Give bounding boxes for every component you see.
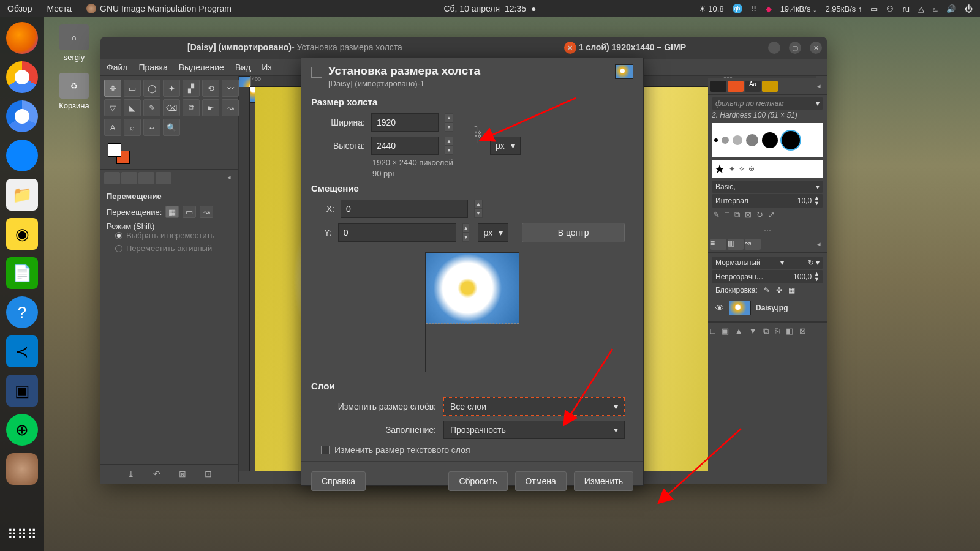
move-mode-selection[interactable]: ▭ [183,206,196,218]
x-spin-down[interactable]: ▼ [474,209,483,218]
accessibility-icon[interactable]: ⚇ [886,4,894,13]
tool-zoom[interactable]: 🔍 [163,119,180,136]
width-spin-up[interactable]: ▲ [445,113,453,122]
radio-move-active[interactable] [115,245,123,252]
menu-view[interactable]: Вид [235,62,251,72]
height-spin-up[interactable]: ▲ [445,137,453,146]
window-titlebar[interactable]: [Daisy] (импортировано)- Установка разме… [100,37,827,59]
width-input[interactable] [371,113,439,132]
footer-save-icon[interactable]: ⤓ [127,469,135,479]
layer-visibility-icon[interactable]: 👁 [715,303,724,313]
lock-pixels-icon[interactable]: ✎ [764,286,770,294]
dock-virtualbox[interactable]: ▣ [6,375,38,407]
move-mode-layer[interactable]: ▦ [165,206,179,218]
brush-edit-icon[interactable]: ✎ [713,210,720,220]
menu-select[interactable]: Выделение [179,62,224,72]
layer-item[interactable]: 👁 Daisy.jpg [712,297,823,319]
brush-refresh-icon[interactable]: ↻ [756,210,763,220]
brush-filter[interactable]: фильтр по меткам ▾ [712,97,823,110]
dock-tab-1[interactable] [104,172,120,184]
cancel-button[interactable]: Отмена [515,471,567,491]
layers-menu-chevron[interactable]: ◂ [813,239,824,250]
brush-preset-combo[interactable]: Basic,▾ [712,181,823,193]
layer-up-icon[interactable]: ▲ [735,326,743,336]
weather-indicator[interactable]: ☀ 10,8 [699,4,724,13]
tool-clone[interactable]: ⧉ [183,99,200,116]
tab-brushes-icon[interactable] [710,81,726,92]
lock-position-icon[interactable]: ✣ [776,286,782,294]
tool-color-picker[interactable]: ⌕ [124,119,141,136]
tab-history-icon[interactable] [762,81,778,92]
brush-dup-icon[interactable]: ⧉ [734,210,740,220]
reset-button[interactable]: Сбросить [448,471,507,491]
tool-crop[interactable]: ▞ [183,80,200,97]
layer-dup-icon[interactable]: ⧉ [763,326,769,336]
menu-edit[interactable]: Правка [138,62,167,72]
tool-text[interactable]: A [104,119,121,136]
dock-firefox[interactable] [6,22,38,54]
resize-text-check[interactable] [321,446,330,454]
dock-tab-3[interactable] [138,172,154,184]
window-close[interactable]: ✕ [810,42,822,54]
dock-vscode[interactable]: ≺ [6,335,38,367]
canvas-unit-combo[interactable]: px▾ [490,137,521,155]
tool-path[interactable]: ↝ [222,99,239,116]
offset-x-input[interactable] [341,200,468,218]
menu-file[interactable]: Файл [107,62,127,72]
resize-layers-combo[interactable]: Все слои▾ [443,397,625,416]
qbit-indicator[interactable]: qb [733,4,742,13]
tool-move[interactable]: ✥ [104,80,121,97]
tab-paths-icon[interactable]: ↝ [745,239,761,250]
height-input[interactable] [371,137,439,155]
tab-fonts-icon[interactable]: Aa [745,81,761,92]
desktop-home[interactable]: ⌂ sergiy [53,24,96,62]
y-spin-up[interactable]: ▲ [462,223,470,233]
tool-bucket[interactable]: ▽ [104,99,121,116]
places-menu[interactable]: Места [47,4,72,13]
volume-icon[interactable]: 🔊 [946,4,956,13]
dock-chromium[interactable] [6,100,38,132]
tray-icon[interactable]: ▭ [870,4,878,13]
tool-free-select[interactable]: ◯ [143,80,160,97]
canvas-preview[interactable] [425,252,519,372]
dock-gimp[interactable] [6,453,38,485]
tool-pencil[interactable]: ✎ [143,99,160,116]
tool-transform[interactable]: ⟲ [202,80,219,97]
dock-rhythmbox[interactable]: ◉ [6,218,38,250]
dock-libreoffice[interactable]: 📄 [6,257,38,289]
dock-thunderbird[interactable] [6,140,38,171]
tool-measure[interactable]: ↔ [143,119,160,136]
height-spin-down[interactable]: ▼ [445,146,453,155]
dock-tab-2[interactable] [121,172,137,184]
desktop-trash[interactable]: ♻ Корзина [53,73,96,110]
fg-bg-swatch[interactable] [108,143,132,165]
offset-unit-combo[interactable]: px▾ [478,223,508,242]
window-maximize[interactable]: ▢ [789,42,801,54]
layer-opacity[interactable]: Непрозрачн… 100,0 ▲▼ [712,270,823,283]
tool-warp[interactable]: 〰 [222,80,239,97]
footer-undo-icon[interactable]: ↶ [153,469,160,479]
dock-menu-chevron[interactable]: ◂ [813,81,824,92]
activities-button[interactable]: Обзор [7,4,32,13]
brush-preview-row2[interactable]: ★ ✦✧※ [712,160,823,178]
power-icon[interactable]: ⏻ [965,4,973,13]
network-icon[interactable]: △ [918,4,924,13]
tool-gradient[interactable]: ◣ [124,99,141,116]
tab-layers-icon[interactable]: ≡ [710,239,726,250]
footer-reset-icon[interactable]: ⊡ [205,469,212,479]
tab-patterns-icon[interactable] [728,81,744,92]
offset-y-input[interactable] [338,223,456,242]
lang-indicator[interactable]: ru [902,4,910,13]
x-spin-up[interactable]: ▲ [474,200,483,209]
tool-eraser[interactable]: ⌫ [163,99,180,116]
center-button[interactable]: В центр [522,223,625,242]
lock-alpha-icon[interactable]: ▦ [788,286,795,294]
dock-help[interactable]: ? [6,296,38,328]
tool-fuzzy-select[interactable]: ✦ [163,80,180,97]
app-menu[interactable]: GNU Image Manipulation Program [86,4,232,13]
brush-open-icon[interactable]: ⤢ [768,210,775,220]
layer-new-icon[interactable]: □ [710,326,715,336]
tool-smudge[interactable]: ☛ [202,99,219,116]
dock-files[interactable]: 📁 [6,179,38,211]
dock-remote-viewer[interactable]: ⊕ [6,414,38,446]
